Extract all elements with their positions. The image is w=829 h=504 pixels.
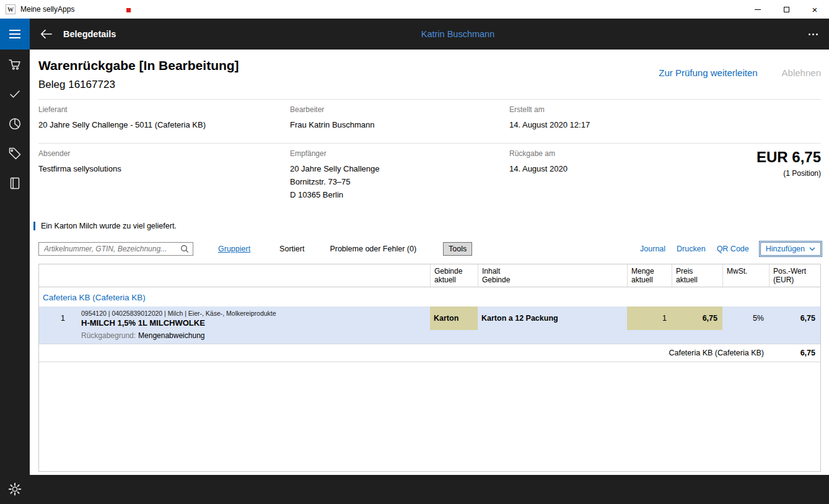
sidebar-item-catalog[interactable] xyxy=(7,176,22,191)
col-header-blank xyxy=(39,264,70,287)
field-value: 20 Jahre Selly Challenge - 5011 (Cafeter… xyxy=(38,118,290,131)
bottom-bar xyxy=(30,475,829,504)
chevron-down-icon xyxy=(809,247,815,251)
window-controls: × xyxy=(743,0,829,19)
journal-icon xyxy=(7,176,22,191)
group-header-row[interactable]: Cafeteria KB (Cafeteria KB) xyxy=(39,287,820,306)
field-value: 14. August 2020 12:17 xyxy=(509,118,821,131)
mwst-cell: 5% xyxy=(722,306,769,330)
window-title: Meine sellyApps xyxy=(20,5,74,14)
field-bearbeiter: Bearbeiter Frau Katrin Buschmann xyxy=(290,105,509,131)
sidebar-item-orders[interactable] xyxy=(7,57,22,72)
col-header-inhalt[interactable]: Inhalt Gebinde xyxy=(478,264,627,287)
table-empty-area xyxy=(39,362,820,471)
menge-cell: 1 xyxy=(627,306,672,330)
tag-icon xyxy=(7,146,22,161)
col-header-menge[interactable]: Menge aktuell xyxy=(627,264,672,287)
journal-link[interactable]: Journal xyxy=(640,245,665,253)
sidebar-item-statistics[interactable] xyxy=(7,116,22,131)
hamburger-icon xyxy=(9,30,20,31)
field-label: Empfänger xyxy=(290,149,509,158)
positions-table: Gebinde aktuell Inhalt Gebinde Menge akt… xyxy=(38,264,821,472)
field-value-line: D 10365 Berlin xyxy=(290,188,509,201)
field-value: Testfirma sellysolutions xyxy=(38,162,290,175)
field-lieferant: Lieferant 20 Jahre Selly Challenge - 501… xyxy=(38,105,290,131)
return-reason-value: Mengenabweichung xyxy=(138,331,204,340)
sidebar-item-settings[interactable] xyxy=(7,482,22,497)
add-dropdown-button[interactable]: Hinzufügen xyxy=(760,242,821,256)
hamburger-menu-button[interactable] xyxy=(0,19,30,50)
field-label: Bearbeiter xyxy=(290,105,509,114)
settings-icon xyxy=(7,482,22,497)
search-box xyxy=(38,242,193,256)
summary-value: 6,75 xyxy=(769,349,820,357)
sidebar-item-offers[interactable] xyxy=(7,146,22,161)
qr-code-link[interactable]: QR Code xyxy=(717,245,749,253)
back-button[interactable] xyxy=(37,25,55,43)
total-amount: EUR 6,75 xyxy=(757,149,821,166)
field-label: Erstellt am xyxy=(509,105,821,114)
document-details-panel: Warenrückgabe [In Bearbeitung] Beleg 161… xyxy=(30,50,829,475)
print-link[interactable]: Drucken xyxy=(677,245,706,253)
close-button[interactable]: × xyxy=(800,0,829,19)
sorted-toggle[interactable]: Sortiert xyxy=(279,245,304,253)
close-icon: × xyxy=(812,5,818,14)
row-index: 1 xyxy=(39,306,70,330)
cart-icon xyxy=(7,57,22,72)
col-header-preis[interactable]: Preis aktuell xyxy=(672,264,722,287)
col-header-article xyxy=(70,264,430,287)
forward-for-review-button[interactable]: Zur Prüfung weiterleiten xyxy=(659,67,757,78)
maximize-button[interactable] xyxy=(772,0,800,19)
tools-button[interactable]: Tools xyxy=(443,242,472,256)
summary-label: Cafeteria KB (Cafeteria KB) xyxy=(39,349,769,357)
gebinde-cell: Karton xyxy=(430,306,478,330)
field-absender: Absender Testfirma sellysolutions xyxy=(38,149,290,201)
minimize-button[interactable] xyxy=(743,0,772,19)
note-text: Ein Karton Milch wurde zu viel geliefert… xyxy=(41,222,177,230)
add-label: Hinzufügen xyxy=(766,245,805,253)
document-title: Warenrückgabe [In Bearbeitung] xyxy=(38,57,239,74)
return-reason-label: Rückgabegrund: xyxy=(81,331,136,340)
notification-dot xyxy=(126,8,131,12)
search-icon[interactable] xyxy=(180,245,189,253)
document-total: EUR 6,75 (1 Position) xyxy=(757,149,821,178)
window-titlebar: W Meine sellyApps × xyxy=(0,0,829,19)
more-options-button[interactable] xyxy=(806,30,820,39)
article-name: H-MILCH 1,5% 1L MILCHWOLKE xyxy=(81,318,426,328)
document-note: Ein Karton Milch wurde zu viel geliefert… xyxy=(33,222,821,230)
field-label: Absender xyxy=(38,149,290,158)
inhalt-cell: Karton a 12 Packung xyxy=(478,306,627,330)
field-value-line: 20 Jahre Selly Challenge xyxy=(290,162,509,175)
field-erstellt-am: Erstellt am 14. August 2020 12:17 xyxy=(509,105,821,131)
note-accent-bar xyxy=(33,222,35,230)
field-empfaenger: Empfänger 20 Jahre Selly Challenge Borni… xyxy=(290,149,509,201)
ellipsis-icon xyxy=(809,33,810,35)
search-input[interactable] xyxy=(44,245,180,253)
document-number: Beleg 16167723 xyxy=(38,77,239,92)
sidebar-item-approvals[interactable] xyxy=(7,87,22,102)
pie-chart-icon xyxy=(7,116,22,131)
field-label: Lieferant xyxy=(38,105,290,114)
app-header: Belegdetails Katrin Buschmann xyxy=(0,19,829,50)
col-header-pos-wert[interactable]: Pos.-Wert (EUR) xyxy=(769,264,820,287)
minimize-icon xyxy=(755,9,761,10)
group-summary-row: Cafeteria KB (Cafeteria KB) 6,75 xyxy=(39,344,820,362)
sidebar-nav xyxy=(0,50,30,504)
field-value: Frau Katrin Buschmann xyxy=(290,118,509,131)
problems-filter[interactable]: Probleme oder Fehler (0) xyxy=(330,245,416,253)
col-header-gebinde[interactable]: Gebinde aktuell xyxy=(430,264,478,287)
article-cell: 0954120 | 04025839012020 | Milch | Eier-… xyxy=(70,306,430,330)
pos-wert-cell: 6,75 xyxy=(769,306,820,330)
check-icon xyxy=(7,87,22,102)
grouped-toggle[interactable]: Gruppiert xyxy=(218,245,250,253)
current-user: Katrin Buschmann xyxy=(87,29,829,39)
reject-button[interactable]: Ablehnen xyxy=(782,67,821,78)
document-heading: Warenrückgabe [In Bearbeitung] Beleg 161… xyxy=(38,57,239,92)
table-header-row: Gebinde aktuell Inhalt Gebinde Menge akt… xyxy=(39,264,820,287)
col-header-mwst[interactable]: MwSt. xyxy=(722,264,769,287)
positions-toolbar: Gruppiert Sortiert Probleme oder Fehler … xyxy=(38,241,821,256)
article-meta: 0954120 | 04025839012020 | Milch | Eier-… xyxy=(81,310,426,317)
preis-cell: 6,75 xyxy=(672,306,722,330)
field-value-line: Bornitzstr. 73–75 xyxy=(290,175,509,188)
table-row[interactable]: 1 0954120 | 04025839012020 | Milch | Eie… xyxy=(39,306,820,330)
